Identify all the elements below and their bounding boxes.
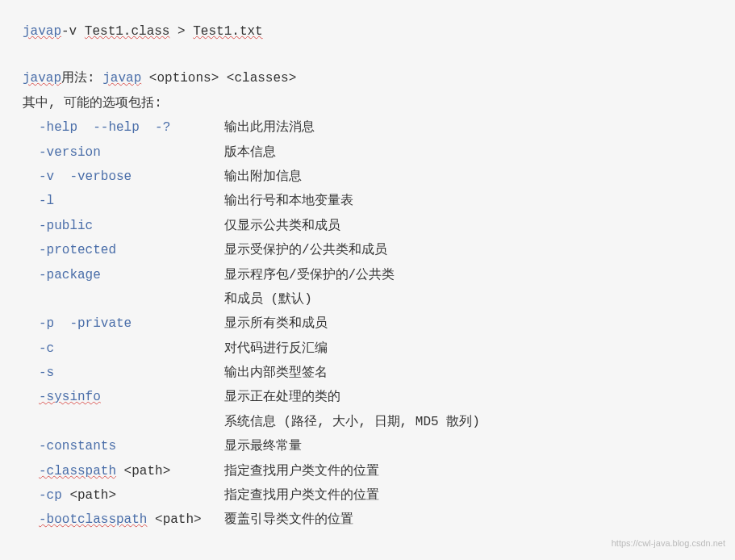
option-flag: -cp <path> bbox=[23, 483, 224, 508]
flag-tail: <path> bbox=[116, 464, 170, 479]
option-flag: -s bbox=[23, 361, 224, 385]
option-description: 显示正在处理的类的 bbox=[224, 385, 712, 409]
option-description: 系统信息 (路径, 大小, 日期, MD5 散列) bbox=[224, 410, 712, 434]
option-flag: -sysinfo bbox=[23, 385, 224, 409]
flag-tail: <path> bbox=[62, 488, 116, 503]
option-row: -v -verbose输出附加信息 bbox=[23, 165, 712, 189]
flag-text: -public bbox=[39, 219, 93, 233]
option-row: -public仅显示公共类和成员 bbox=[23, 214, 712, 238]
usage-label: 用法: bbox=[61, 71, 102, 86]
flag-text: -constants bbox=[39, 439, 116, 453]
flag-text: -c bbox=[39, 341, 54, 356]
flag-text: -p -private bbox=[39, 316, 132, 331]
subtitle: 其中, 可能的选项包括: bbox=[23, 91, 712, 115]
option-flag: -protected bbox=[23, 238, 224, 262]
option-row: -sysinfo显示正在处理的类的 bbox=[23, 385, 712, 409]
option-description: 输出附加信息 bbox=[224, 165, 712, 189]
option-description: 指定查找用户类文件的位置 bbox=[224, 483, 712, 508]
flag-text: -v -verbose bbox=[39, 169, 132, 184]
command-file-2: Test1.txt bbox=[193, 24, 262, 39]
usage-line: javap用法: javap <options> <classes> bbox=[23, 66, 712, 90]
options-list: -help --help -?输出此用法消息-version版本信息-v -ve… bbox=[23, 115, 712, 533]
option-row: -constants显示最终常量 bbox=[23, 434, 712, 458]
flag-text: -classpath bbox=[39, 464, 116, 479]
command-args-2: > bbox=[169, 24, 193, 39]
flag-text: -help --help -? bbox=[39, 120, 170, 135]
option-row: -l输出行号和本地变量表 bbox=[23, 189, 712, 213]
option-row: -classpath <path>指定查找用户类文件的位置 bbox=[23, 459, 712, 483]
option-row: -s输出内部类型签名 bbox=[23, 361, 712, 385]
flag-text: -l bbox=[39, 194, 54, 208]
option-flag: -version bbox=[23, 140, 224, 165]
watermark: https://cwl-java.blog.csdn.net bbox=[612, 535, 725, 552]
usage-prefix: javap bbox=[23, 71, 61, 86]
command-line: javap-v Test1.class > Test1.txt bbox=[23, 19, 712, 44]
option-description: 对代码进行反汇编 bbox=[224, 336, 712, 361]
command-args-1: -v bbox=[61, 24, 85, 39]
option-row: -package显示程序包/受保护的/公共类 bbox=[23, 263, 712, 287]
flag-tail: <path> bbox=[147, 512, 201, 527]
usage-options: <options> <classes> bbox=[141, 71, 296, 86]
option-flag: -c bbox=[23, 336, 224, 361]
option-row: -c对代码进行反汇编 bbox=[23, 336, 712, 361]
command-file-1: Test1.class bbox=[85, 24, 170, 39]
option-flag: -classpath <path> bbox=[23, 459, 224, 483]
option-description: 仅显示公共类和成员 bbox=[224, 214, 712, 238]
option-description: 显示受保护的/公共类和成员 bbox=[224, 238, 712, 262]
option-row: -cp <path>指定查找用户类文件的位置 bbox=[23, 483, 712, 508]
option-description: 输出内部类型签名 bbox=[224, 361, 712, 385]
flag-text: -version bbox=[39, 145, 101, 160]
option-flag: -package bbox=[23, 263, 224, 287]
option-row: -protected显示受保护的/公共类和成员 bbox=[23, 238, 712, 262]
option-flag bbox=[23, 287, 224, 311]
option-flag: -help --help -? bbox=[23, 115, 224, 140]
option-description: 覆盖引导类文件的位置 bbox=[224, 508, 712, 532]
flag-text: -cp bbox=[39, 488, 62, 503]
option-description: 显示程序包/受保护的/公共类 bbox=[224, 263, 712, 287]
option-description: 显示所有类和成员 bbox=[224, 311, 712, 336]
flag-text: -bootclasspath bbox=[39, 512, 147, 527]
option-description: 和成员 (默认) bbox=[224, 287, 712, 311]
option-description: 输出行号和本地变量表 bbox=[224, 189, 712, 213]
option-flag bbox=[23, 410, 224, 434]
usage-cmd: javap bbox=[102, 71, 141, 86]
option-description: 版本信息 bbox=[224, 140, 712, 165]
option-description: 显示最终常量 bbox=[224, 434, 712, 458]
flag-text: -package bbox=[39, 268, 101, 282]
flag-text: -sysinfo bbox=[39, 390, 101, 404]
option-row: -bootclasspath <path>覆盖引导类文件的位置 bbox=[23, 508, 712, 532]
flag-text: -s bbox=[39, 366, 54, 380]
option-description: 输出此用法消息 bbox=[224, 115, 712, 140]
option-flag: -v -verbose bbox=[23, 165, 224, 189]
option-row: 系统信息 (路径, 大小, 日期, MD5 散列) bbox=[23, 410, 712, 434]
flag-text: -protected bbox=[39, 243, 116, 257]
option-flag: -bootclasspath <path> bbox=[23, 508, 224, 532]
option-description: 指定查找用户类文件的位置 bbox=[224, 459, 712, 483]
option-row: -version版本信息 bbox=[23, 140, 712, 165]
option-flag: -constants bbox=[23, 434, 224, 458]
option-row: -help --help -?输出此用法消息 bbox=[23, 115, 712, 140]
option-flag: -p -private bbox=[23, 311, 224, 336]
option-flag: -public bbox=[23, 214, 224, 238]
option-row: 和成员 (默认) bbox=[23, 287, 712, 311]
option-row: -p -private显示所有类和成员 bbox=[23, 311, 712, 336]
command-name: javap bbox=[23, 24, 61, 39]
option-flag: -l bbox=[23, 189, 224, 213]
